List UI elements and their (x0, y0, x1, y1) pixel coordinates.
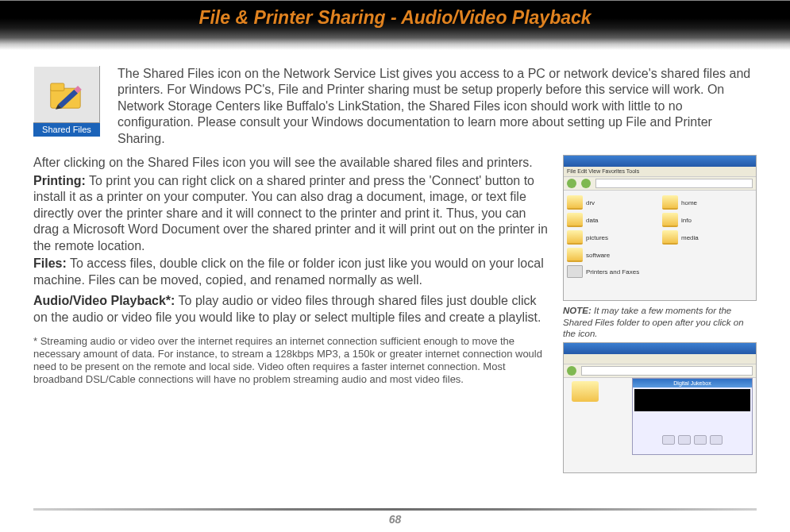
printing-label: Printing: (33, 174, 86, 187)
page-footer: 68 (0, 508, 790, 526)
folder-icon (572, 381, 599, 402)
back-icon (567, 179, 576, 188)
explorer-toolbar (564, 177, 756, 191)
files-label: Files: (33, 256, 67, 270)
player-controls (633, 435, 752, 445)
folder-icon (662, 230, 678, 245)
folder-icon (662, 213, 678, 227)
shared-files-app-icon: Shared Files (33, 66, 100, 137)
after-click-paragraph: After clicking on the Shared Files icon … (33, 155, 549, 171)
note-text: NOTE: It may take a few moments for the … (563, 305, 757, 339)
files-paragraph: Files: To access files, double click on … (33, 256, 549, 288)
streaming-footnote: * Streaming audio or video over the inte… (33, 335, 549, 385)
title-bar: File & Printer Sharing - Audio/Video Pla… (0, 1, 790, 50)
folder-item: home (662, 195, 753, 210)
intro-paragraph: The Shared Files icon on the Network Ser… (118, 66, 757, 147)
stop-icon (694, 435, 707, 445)
folder-share-icon (33, 66, 100, 123)
folder-icon (567, 230, 583, 245)
address-bar (595, 179, 753, 188)
folder-icon (567, 195, 583, 210)
media-player-title: Digital Jukebox (633, 379, 752, 387)
page-title: File & Printer Sharing - Audio/Video Pla… (198, 1, 591, 29)
play-icon (678, 435, 691, 445)
printers-item: Printers and Faxes (567, 265, 657, 278)
page-number: 68 (389, 513, 402, 526)
folder-icon (567, 248, 583, 262)
printing-paragraph: Printing: To print you can right click o… (33, 173, 549, 254)
back-icon (567, 366, 576, 376)
folder-item: data (567, 213, 657, 227)
av-playback-paragraph: Audio/Video Playback*: To play audio or … (33, 293, 549, 326)
folder-icon (567, 213, 583, 227)
svg-rect-1 (51, 83, 64, 91)
printer-icon (567, 265, 583, 278)
shared-files-icon-label: Shared Files (33, 123, 100, 137)
folder-item: pictures (567, 230, 657, 245)
note-label: NOTE: (563, 306, 592, 315)
folder-icon (662, 195, 678, 210)
av-playback-label: Audio/Video Playback*: (33, 294, 175, 307)
player-screenshot: Digital Jukebox (563, 342, 757, 473)
folder-item: software (567, 248, 657, 262)
next-icon (710, 435, 723, 445)
prev-icon (662, 435, 675, 445)
explorer-screenshot: File Edit View Favorites Tools drv home … (563, 155, 757, 301)
folder-item: drv (567, 195, 657, 210)
folder-item: info (662, 213, 753, 227)
folder-item: media (662, 230, 753, 245)
explorer-menubar: File Edit View Favorites Tools (564, 167, 756, 177)
